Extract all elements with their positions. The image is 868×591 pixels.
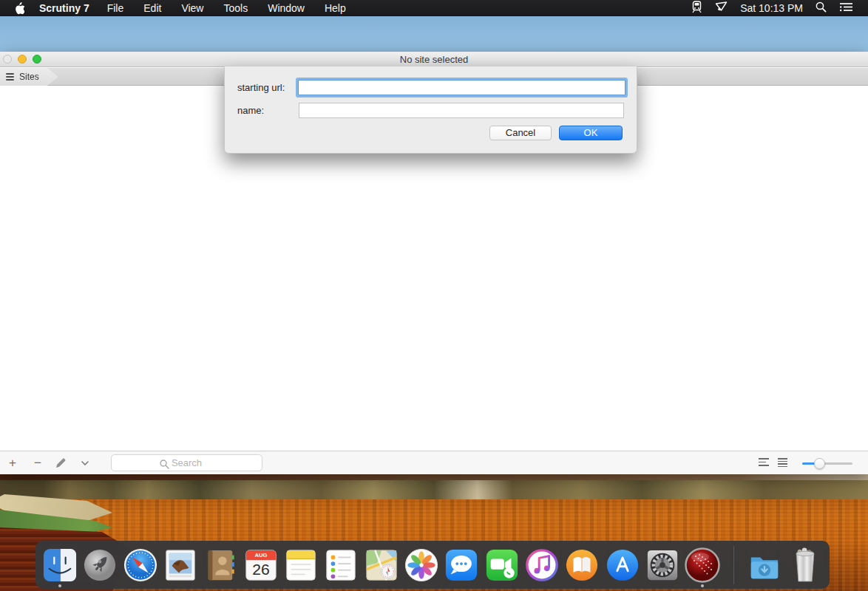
search-field-container [111,454,262,471]
minimize-button[interactable] [18,55,27,64]
ibooks-icon [565,548,599,582]
name-input[interactable] [299,103,624,118]
train-icon[interactable] [691,1,702,16]
dock-item-itunes[interactable] [522,541,562,589]
pencil-icon [55,457,67,469]
dock-item-downloads[interactable] [745,541,784,589]
dock-item-safari[interactable] [121,541,160,589]
row-size-large-icon[interactable] [778,458,787,467]
menu-file[interactable]: File [107,2,124,14]
title-bar: No site selected [0,52,868,67]
menu-bar: Scrutiny 7 File Edit View Tools Window H… [0,0,868,16]
dock-separator [723,541,745,589]
desktop: Scrutiny 7 File Edit View Tools Window H… [0,0,868,591]
scrutiny-icon [685,547,720,583]
dock-item-system-preferences[interactable] [642,541,682,589]
zoom-button[interactable] [33,55,41,64]
dock-item-app-store[interactable] [603,541,642,589]
dock-item-photos[interactable] [401,541,441,589]
mail-icon [163,548,197,582]
close-button[interactable] [3,55,12,64]
apple-menu[interactable] [14,2,24,15]
launchpad-icon [83,548,117,582]
menu-help[interactable]: Help [325,2,346,14]
system-preferences-icon [645,548,679,582]
dock: AUG 26 [35,541,830,589]
dock-item-maps[interactable] [362,541,401,589]
ok-button[interactable]: OK [559,126,623,140]
dock-item-reminders[interactable] [321,541,361,589]
bottom-toolbar: + − [0,451,868,474]
dock-item-facetime[interactable] [482,541,522,589]
safari-icon [123,548,157,582]
starting-url-label: starting url: [237,82,285,93]
notification-center-icon[interactable] [839,2,853,14]
maps-icon [365,548,399,582]
itunes-icon [525,548,559,582]
search-input[interactable] [112,455,262,471]
row-size-small-icon[interactable] [759,458,769,466]
breadcrumb-sites-tab[interactable]: Sites [0,68,59,86]
wallpaper-shrubs [0,480,868,500]
dock-item-notes[interactable] [281,541,321,589]
dock-item-trash[interactable] [785,541,825,589]
starting-url-input[interactable] [298,80,625,95]
svg-text:AUG: AUG [254,551,267,558]
chevron-down-icon [81,461,89,465]
dock-item-scrutiny[interactable] [682,541,722,589]
icon-size-slider[interactable] [802,457,852,469]
menu-tools[interactable]: Tools [223,2,248,14]
slider-thumb[interactable] [814,458,825,469]
menu-view[interactable]: View [181,2,203,14]
wallpaper-sky [0,16,868,52]
photos-icon [404,548,438,582]
add-site-button[interactable]: + [6,451,19,474]
breadcrumb-label: Sites [19,72,39,82]
spotlight-icon[interactable] [816,1,827,15]
menu-window[interactable]: Window [268,2,305,14]
finder-icon [43,548,77,582]
dock-item-ibooks[interactable] [562,541,602,589]
menu-bar-clock[interactable]: Sat 10:13 PM [740,2,803,14]
messages-icon [444,548,478,582]
notes-icon [284,548,318,582]
name-label: name: [237,105,264,116]
downloads-folder-icon [747,548,782,582]
reminders-icon [324,548,358,582]
hamburger-icon [6,73,14,81]
apple-icon [14,2,24,15]
app-store-icon [606,548,640,582]
dock-item-mail[interactable] [160,541,200,589]
running-indicator [58,584,61,587]
menu-edit[interactable]: Edit [143,2,161,14]
dock-item-finder[interactable] [40,541,80,589]
facetime-icon [485,548,519,582]
dock-item-contacts[interactable] [200,541,240,589]
running-indicator [701,584,704,587]
window-title: No site selected [0,52,868,67]
calendar-icon: AUG 26 [244,548,278,582]
trash-full-icon [789,547,821,583]
dock-item-calendar[interactable]: AUG 26 [241,541,281,589]
dock-item-messages[interactable] [441,541,481,589]
svg-text:26: 26 [252,561,269,578]
scrutiny-window: No site selected Sites + − [0,52,868,474]
edit-pencil-button[interactable] [53,451,68,474]
cancel-button[interactable]: Cancel [489,126,552,140]
remove-site-button[interactable]: − [31,451,44,474]
dock-item-launchpad[interactable] [80,541,120,589]
new-site-dialog: starting url: name: Cancel OK [224,66,637,154]
action-chevron-button[interactable] [78,451,92,474]
app-menu-title[interactable]: Scrutiny 7 [39,2,89,14]
contacts-icon [203,548,237,582]
paper-plane-icon[interactable] [715,1,728,15]
